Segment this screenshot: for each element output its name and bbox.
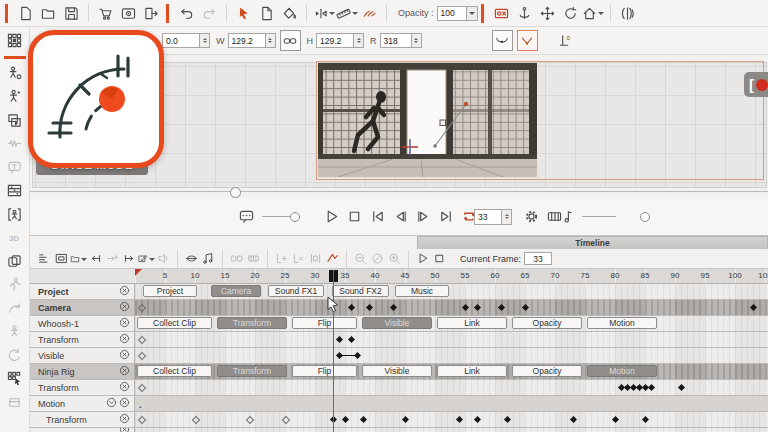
track-lane[interactable]: ProjectCameraSound FX1Sound FX2Music: [135, 284, 768, 299]
volume-slider-track[interactable]: [582, 216, 616, 217]
track-lane[interactable]: [135, 300, 768, 315]
track-name-cell[interactable]: Ninja Rig: [30, 364, 135, 379]
track-lane[interactable]: [135, 332, 768, 347]
key-prev-button[interactable]: [87, 250, 104, 267]
keyframe[interactable]: [648, 384, 655, 391]
x-circle-button[interactable]: [119, 285, 132, 298]
keyframe-hollow[interactable]: [192, 416, 200, 424]
width-spinner[interactable]: [266, 33, 276, 48]
keyframe-hollow[interactable]: [138, 416, 146, 424]
open-folder-button[interactable]: [37, 2, 60, 24]
x-circle-button[interactable]: [119, 349, 132, 362]
reset-rotation-button[interactable]: 0: [554, 30, 577, 52]
keyframe-hollow[interactable]: [282, 416, 290, 424]
chev-circle-button[interactable]: [106, 397, 119, 410]
character-bounds-button[interactable]: [2, 204, 28, 225]
track-tab-sound-fx1[interactable]: Sound FX1: [268, 285, 324, 297]
stage-scroll-track[interactable]: [30, 191, 768, 192]
x-circle-button[interactable]: [119, 381, 132, 394]
keyframe-smooth-button[interactable]: [492, 30, 513, 51]
x-circle-button[interactable]: [119, 428, 132, 432]
keyframe[interactable]: [342, 416, 349, 423]
track-name-cell[interactable]: Camera: [30, 300, 135, 315]
keyframe[interactable]: [570, 416, 577, 423]
audio-volume-button[interactable]: [555, 206, 578, 228]
track-list-button[interactable]: [36, 250, 53, 267]
keyframe-hollow[interactable]: [138, 384, 146, 392]
channel-button-flip[interactable]: Flip: [292, 365, 357, 377]
select-tool-button[interactable]: [232, 2, 255, 24]
eyelash-tool-button[interactable]: [358, 2, 381, 24]
track-lane[interactable]: [135, 380, 768, 395]
keyframe-hollow[interactable]: [138, 336, 146, 344]
channel-button-motion[interactable]: Motion: [587, 365, 657, 377]
x-circle-button[interactable]: [119, 397, 132, 410]
skip-start-button[interactable]: [366, 206, 389, 228]
keyframe[interactable]: [678, 384, 685, 391]
character-pose-button[interactable]: [2, 86, 28, 107]
channel-button-transform[interactable]: Transform: [217, 365, 287, 377]
playback-settings-button[interactable]: [520, 206, 543, 228]
comment-slider-knob[interactable]: [290, 212, 300, 222]
keyframe[interactable]: [612, 416, 619, 423]
channel-button-transform[interactable]: Transform: [217, 317, 287, 329]
preview-button[interactable]: [117, 2, 140, 24]
keyframe[interactable]: [504, 416, 511, 423]
track-lane[interactable]: [135, 412, 768, 427]
copy-page-button[interactable]: [255, 2, 278, 24]
music-score-button[interactable]: [200, 250, 217, 267]
grid-select-button[interactable]: [2, 368, 28, 389]
keyframe[interactable]: [390, 304, 397, 311]
content-library-button[interactable]: [94, 2, 117, 24]
track-name-cell[interactable]: Transform: [30, 412, 135, 427]
comment-button[interactable]: [235, 206, 258, 228]
stop-preview-button[interactable]: [431, 250, 448, 267]
playhead-line[interactable]: [333, 270, 334, 432]
track-name-cell[interactable]: Visible: [30, 348, 135, 363]
frame-counter-button[interactable]: [2, 180, 28, 201]
channel-button-flip[interactable]: Flip: [292, 317, 357, 329]
anchor-tool-button[interactable]: [513, 2, 536, 24]
keyframe[interactable]: [348, 336, 355, 343]
frame-box-button[interactable]: [53, 250, 70, 267]
export-button[interactable]: [140, 2, 163, 24]
keyframe[interactable]: [462, 304, 469, 311]
track-name-cell[interactable]: Transform: [30, 332, 135, 347]
keyframe[interactable]: [366, 304, 373, 311]
opacity-input[interactable]: 100: [437, 6, 467, 21]
keyframe[interactable]: [402, 416, 409, 423]
height-input[interactable]: 129.2: [316, 33, 354, 48]
frame-input[interactable]: 33: [474, 209, 502, 225]
track-name-cell[interactable]: Transform: [30, 380, 135, 395]
keyframe[interactable]: [354, 352, 361, 359]
keyframe-hollow[interactable]: [138, 304, 146, 312]
stage-scroll-knob[interactable]: [230, 187, 241, 198]
page-flip-button[interactable]: [616, 2, 639, 24]
keyframe[interactable]: [474, 416, 481, 423]
keyframe[interactable]: [336, 336, 343, 343]
height-spinner[interactable]: [354, 33, 364, 48]
link-dimensions-button[interactable]: [280, 30, 301, 51]
track-lane[interactable]: .: [135, 396, 768, 411]
keyframe[interactable]: [642, 416, 649, 423]
bone-tool-button[interactable]: [2, 63, 28, 84]
save-file-button[interactable]: [60, 2, 83, 24]
track-lane[interactable]: [135, 348, 768, 363]
play-preview-button[interactable]: [414, 250, 431, 267]
motion-noise-button[interactable]: [324, 250, 341, 267]
track-name-cell[interactable]: Motion: [30, 396, 135, 411]
home-view-button[interactable]: [582, 2, 605, 24]
channel-button-collect-clip[interactable]: Collect Clip: [137, 365, 212, 377]
keyframe[interactable]: [750, 304, 757, 311]
keyframe-hollow[interactable]: [246, 416, 254, 424]
stop-button[interactable]: [343, 206, 366, 228]
step-back-button[interactable]: [389, 206, 412, 228]
channel-button-visible[interactable]: Visible: [362, 317, 432, 329]
new-document-button[interactable]: [14, 2, 37, 24]
timeline-title[interactable]: Timeline: [417, 236, 768, 249]
channel-button-motion[interactable]: Motion: [587, 317, 657, 329]
frame-ruler[interactable]: 5101520253035404550556065707580859095100…: [135, 269, 768, 284]
volume-slider-knob[interactable]: [640, 212, 650, 222]
track-name-cell[interactable]: Whoosh-1: [30, 316, 135, 331]
keyframe[interactable]: [456, 416, 463, 423]
